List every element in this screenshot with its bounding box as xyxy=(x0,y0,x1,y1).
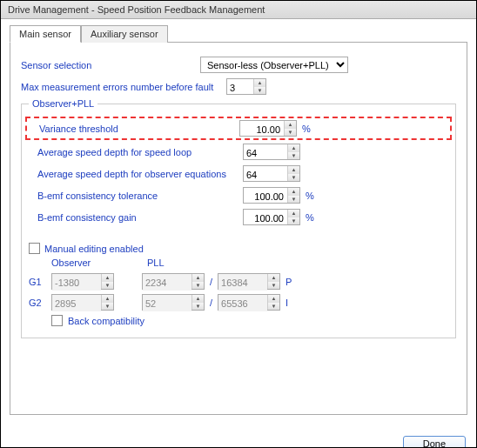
tab-panel-main: Sensor selection Sensor-less (Observer+P… xyxy=(10,43,467,415)
spin-up-icon: ▲ xyxy=(102,274,113,282)
spin-up-icon: ▲ xyxy=(268,295,279,303)
avg-speed-loop-label: Average speed depth for speed loop xyxy=(29,147,238,157)
g2-pll-a-spin: ▲▼ xyxy=(142,294,205,311)
g2-suffix: I xyxy=(286,298,296,308)
spin-down-icon: ▼ xyxy=(102,303,113,311)
spin-down-icon: ▼ xyxy=(102,282,113,290)
pll-col-head: PLL xyxy=(147,257,321,268)
group-legend: Observer+PLL xyxy=(29,98,97,109)
slash: / xyxy=(210,277,212,287)
manual-editing-label: Manual editing enabled xyxy=(44,244,144,254)
g1-pll-a-input xyxy=(143,274,191,291)
spin-up-icon[interactable]: ▲ xyxy=(288,188,299,196)
g2-pll-a-input xyxy=(143,295,191,311)
manual-editing-checkbox[interactable] xyxy=(29,243,40,254)
avg-speed-obs-spin[interactable]: ▲ ▼ xyxy=(243,165,300,182)
spin-down-icon[interactable]: ▼ xyxy=(254,87,265,95)
spin-up-icon: ▲ xyxy=(268,274,279,282)
sensor-selection-select[interactable]: Sensor-less (Observer+PLL) xyxy=(200,57,348,73)
spin-down-icon[interactable]: ▼ xyxy=(288,217,299,225)
bemf-gain-arrows: ▲ ▼ xyxy=(287,210,299,224)
bemf-gain-input[interactable] xyxy=(244,210,287,226)
g1-pll-b-input xyxy=(218,274,267,291)
spin-down-icon: ▼ xyxy=(192,282,204,290)
spin-down-icon[interactable]: ▼ xyxy=(288,196,299,204)
avg-speed-loop-input[interactable] xyxy=(244,144,287,161)
g1-pll-a-spin: ▲▼ xyxy=(142,273,205,290)
avg-speed-obs-input[interactable] xyxy=(244,166,287,183)
max-errors-arrows: ▲ ▼ xyxy=(253,79,265,94)
spin-up-icon: ▲ xyxy=(102,295,113,303)
max-errors-input[interactable] xyxy=(227,79,253,96)
done-button[interactable]: Done xyxy=(403,436,466,448)
window-title: Drive Management - Speed Position Feedba… xyxy=(8,4,265,15)
bemf-gain-label: B-emf consistency gain xyxy=(29,212,238,223)
spin-up-icon[interactable]: ▲ xyxy=(288,210,299,217)
spin-down-icon: ▼ xyxy=(268,282,279,290)
spin-down-icon[interactable]: ▼ xyxy=(288,152,299,160)
bemf-tol-unit: % xyxy=(306,191,316,201)
sensor-selection-label: Sensor selection xyxy=(21,60,195,70)
spin-down-icon: ▼ xyxy=(268,303,279,311)
spin-up-icon: ▲ xyxy=(192,274,204,282)
bemf-tol-spin[interactable]: ▲ ▼ xyxy=(243,187,300,204)
spin-up-icon[interactable]: ▲ xyxy=(288,144,299,152)
window-titlebar: Drive Management - Speed Position Feedba… xyxy=(1,1,476,19)
footer: Done xyxy=(403,436,466,448)
g2-observer-input xyxy=(52,295,101,311)
g1-pll-b-spin: ▲▼ xyxy=(218,273,280,290)
back-compat-checkbox[interactable] xyxy=(51,315,63,326)
g1-label: G1 xyxy=(29,277,46,287)
g2-observer-spin: ▲▼ xyxy=(51,294,114,311)
spin-down-icon[interactable]: ▼ xyxy=(285,129,296,137)
avg-obs-arrows: ▲ ▼ xyxy=(287,166,299,181)
avg-speed-obs-label: Average speed depth for observer equatio… xyxy=(29,169,238,179)
avg-loop-arrows: ▲ ▼ xyxy=(287,144,299,159)
observer-pll-group: Observer+PLL Variance threshold ▲ ▼ % Av… xyxy=(21,104,456,338)
bemf-tol-label: B-emf consistency tolerance xyxy=(29,191,238,201)
spin-up-icon[interactable]: ▲ xyxy=(285,121,296,129)
g2-pll-b-input xyxy=(218,295,267,311)
g2-pll-b-spin: ▲▼ xyxy=(218,294,280,311)
variance-highlight: Variance threshold ▲ ▼ % xyxy=(25,117,452,140)
avg-speed-loop-spin[interactable]: ▲ ▼ xyxy=(243,144,300,160)
spin-down-icon[interactable]: ▼ xyxy=(288,174,299,182)
spin-down-icon: ▼ xyxy=(192,303,204,311)
g1-observer-spin: ▲ ▼ xyxy=(51,273,114,290)
g1-observer-input xyxy=(52,274,101,291)
bemf-gain-spin[interactable]: ▲ ▼ xyxy=(243,209,300,225)
content-area: Main sensor Auxiliary sensor Sensor sele… xyxy=(1,19,476,448)
slash: / xyxy=(210,298,212,308)
g2-label: G2 xyxy=(29,298,46,308)
tab-strip: Main sensor Auxiliary sensor xyxy=(10,24,467,43)
variance-threshold-input[interactable] xyxy=(240,121,284,137)
bemf-gain-unit: % xyxy=(306,212,316,223)
variance-arrows: ▲ ▼ xyxy=(284,121,296,136)
variance-unit: % xyxy=(302,124,312,134)
bemf-tol-input[interactable] xyxy=(244,188,287,204)
spin-up-icon[interactable]: ▲ xyxy=(254,79,265,87)
g1-suffix: P xyxy=(286,277,296,287)
observer-col-head: Observer xyxy=(51,257,147,268)
g1-obs-arrows: ▲ ▼ xyxy=(101,274,113,289)
back-compat-label: Back compatibility xyxy=(68,316,144,326)
max-errors-label: Max measurement errors number before fau… xyxy=(21,82,221,92)
tab-auxiliary-sensor[interactable]: Auxiliary sensor xyxy=(81,25,168,43)
tab-main-sensor[interactable]: Main sensor xyxy=(10,25,81,43)
variance-threshold-spin[interactable]: ▲ ▼ xyxy=(239,120,297,137)
max-errors-spin[interactable]: ▲ ▼ xyxy=(226,78,266,95)
spin-up-icon: ▲ xyxy=(192,295,204,303)
spin-up-icon[interactable]: ▲ xyxy=(288,166,299,174)
bemf-tol-arrows: ▲ ▼ xyxy=(287,188,299,203)
variance-threshold-label: Variance threshold xyxy=(30,124,234,134)
